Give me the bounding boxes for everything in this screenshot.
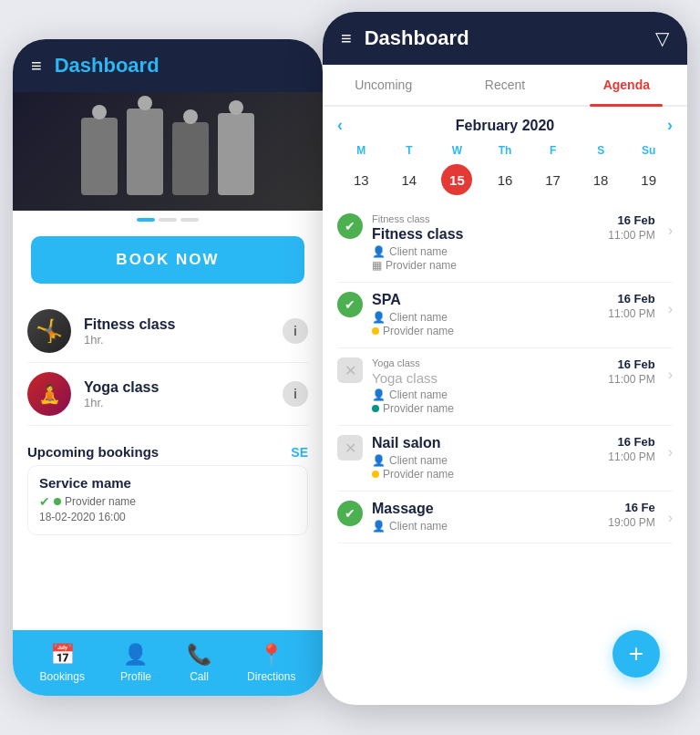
hamburger-icon[interactable]: ≡ xyxy=(31,57,42,75)
spa-provider-name: Provider name xyxy=(383,325,454,337)
appointment-spa[interactable]: ✔ SPA 👤 Client name Provider name 16 Feb… xyxy=(337,283,673,348)
nail-client-icon: 👤 xyxy=(372,454,386,467)
cal-day-16[interactable]: 16 xyxy=(489,164,520,195)
spa-provider-dot xyxy=(372,327,379,335)
cal-day-13[interactable]: 13 xyxy=(345,164,376,195)
spa-status-icon: ✔ xyxy=(337,292,363,317)
nav-profile[interactable]: 👤 Profile xyxy=(120,643,151,683)
yoga-client: 👤 Client name xyxy=(372,388,599,401)
booking-service-name: Service mame xyxy=(39,475,296,491)
nav-directions[interactable]: 📍 Directions xyxy=(247,643,295,683)
booking-card[interactable]: Service mame ✔ Provider name 18-02-2020 … xyxy=(27,465,308,535)
yoga-status-icon: ✕ xyxy=(337,357,363,383)
client-icon: 👤 xyxy=(372,245,386,258)
profile-icon: 👤 xyxy=(123,643,148,667)
day-header-s: S xyxy=(577,142,625,159)
left-header: ≡ Dashboard xyxy=(13,39,323,92)
day-header-su: Su xyxy=(624,142,673,159)
nail-client: 👤 Client name xyxy=(372,454,599,467)
right-hamburger-icon[interactable]: ≡ xyxy=(341,28,352,49)
fitness-client: 👤 Client name xyxy=(372,245,599,258)
massage-client-icon: 👤 xyxy=(372,520,386,533)
nav-bookings[interactable]: 📅 Bookings xyxy=(40,643,85,683)
service-item-yoga[interactable]: 🧘 Yoga class 1hr. i xyxy=(27,363,308,426)
directions-label: Directions xyxy=(247,670,295,683)
yoga-category: Yoga class xyxy=(372,357,599,368)
cal-day-15[interactable]: 15 xyxy=(441,164,472,195)
booking-provider: ✔ Provider name xyxy=(39,494,296,509)
appointment-fitness[interactable]: ✔ Fitness class Fitness class 👤 Client n… xyxy=(337,204,673,283)
nail-provider-name: Provider name xyxy=(383,468,454,481)
fitness-appt-details: Fitness class Fitness class 👤 Client nam… xyxy=(372,213,599,273)
appointment-yoga[interactable]: ✕ Yoga class Yoga class 👤 Client name Pr… xyxy=(337,348,673,426)
appointment-massage[interactable]: ✔ Massage 👤 Client name 16 Fe 19:00 PM › xyxy=(337,492,673,543)
book-now-button[interactable]: BOOK NOW xyxy=(31,236,304,284)
spa-provider: Provider name xyxy=(372,325,599,337)
tab-agenda[interactable]: Agenda xyxy=(566,65,687,105)
yoga-client-icon: 👤 xyxy=(372,388,386,401)
service-item-fitness[interactable]: 🤸 Fitness class 1hr. i xyxy=(27,300,308,363)
bookings-label: Bookings xyxy=(40,670,85,683)
nail-date: 16 Feb xyxy=(617,435,654,449)
scroll-indicator xyxy=(13,211,323,229)
cal-day-18[interactable]: 18 xyxy=(585,164,616,195)
cal-day-17[interactable]: 17 xyxy=(538,164,569,195)
right-header-left: ≡ Dashboard xyxy=(341,26,469,50)
fitness-provider: ▦ Provider name xyxy=(372,259,599,272)
appointments-list: ✔ Fitness class Fitness class 👤 Client n… xyxy=(323,204,687,543)
yoga-info-icon[interactable]: i xyxy=(283,381,308,407)
yoga-info: Yoga class 1hr. xyxy=(84,379,283,409)
fitness-info-icon[interactable]: i xyxy=(283,318,308,344)
fitness-status-icon: ✔ xyxy=(337,213,363,239)
fitness-date: 16 Feb xyxy=(617,213,654,227)
fitness-client-name: Client name xyxy=(389,245,448,258)
spa-time: 11:00 PM xyxy=(608,307,654,320)
next-month-arrow[interactable]: › xyxy=(667,116,673,135)
nail-chevron: › xyxy=(668,444,673,461)
day-header-w: W xyxy=(433,142,481,159)
call-icon: 📞 xyxy=(187,643,211,667)
yoga-appt-details: Yoga class Yoga class 👤 Client name Prov… xyxy=(372,357,599,416)
nail-appt-name: Nail salon xyxy=(372,435,599,451)
fitness-name: Fitness class xyxy=(84,316,283,333)
scroll-dot-2 xyxy=(159,218,177,222)
nail-appt-details: Nail salon 👤 Client name Provider name xyxy=(372,435,599,481)
fitness-avatar: 🤸 xyxy=(27,309,71,353)
cal-day-19[interactable]: 19 xyxy=(633,164,664,195)
nail-provider: Provider name xyxy=(372,468,599,481)
nail-time-section: 16 Feb 11:00 PM xyxy=(608,435,654,463)
tab-uncoming[interactable]: Uncoming xyxy=(323,65,444,105)
spa-client-icon: 👤 xyxy=(372,311,386,324)
calendar-month: February 2020 xyxy=(456,118,555,134)
prev-month-arrow[interactable]: ‹ xyxy=(337,116,343,135)
day-header-f: F xyxy=(529,142,577,159)
provider-dot xyxy=(54,498,61,505)
spa-time-section: 16 Feb 11:00 PM xyxy=(608,292,654,320)
yoga-name: Yoga class xyxy=(84,379,283,396)
see-all-link[interactable]: SE xyxy=(291,445,308,460)
appointment-nail[interactable]: ✕ Nail salon 👤 Client name Provider name… xyxy=(337,426,673,492)
fitness-time-section: 16 Feb 11:00 PM xyxy=(608,213,654,242)
right-phone: ≡ Dashboard ▽ Uncoming Recent Agenda ‹ F… xyxy=(323,12,687,705)
right-header: ≡ Dashboard ▽ xyxy=(323,12,687,65)
spa-appt-name: SPA xyxy=(372,292,599,308)
spa-client-name: Client name xyxy=(389,311,448,324)
nav-call[interactable]: 📞 Call xyxy=(187,643,211,683)
yoga-provider-name: Provider name xyxy=(383,402,454,415)
yoga-appt-name: Yoga class xyxy=(372,370,599,386)
fitness-category: Fitness class xyxy=(372,213,599,224)
yoga-provider-dot xyxy=(372,405,379,412)
massage-client-name: Client name xyxy=(389,520,448,533)
left-phone: ≡ Dashboard BOOK NOW 🤸 Fitness xyxy=(13,39,323,696)
scroll-dot-3 xyxy=(180,218,199,222)
yoga-time: 11:00 PM xyxy=(608,373,654,386)
calendar-section: ‹ February 2020 › M T W Th F S Su 13 14 … xyxy=(323,107,687,204)
bookings-icon: 📅 xyxy=(50,643,75,667)
fab-add-button[interactable]: + xyxy=(612,630,660,678)
filter-icon[interactable]: ▽ xyxy=(655,27,669,49)
cal-day-14[interactable]: 14 xyxy=(394,164,425,195)
tab-recent[interactable]: Recent xyxy=(444,65,565,105)
profile-label: Profile xyxy=(120,670,151,683)
bottom-nav: 📅 Bookings 👤 Profile 📞 Call 📍 Directions xyxy=(13,630,323,696)
massage-time: 19:00 PM xyxy=(608,516,654,529)
